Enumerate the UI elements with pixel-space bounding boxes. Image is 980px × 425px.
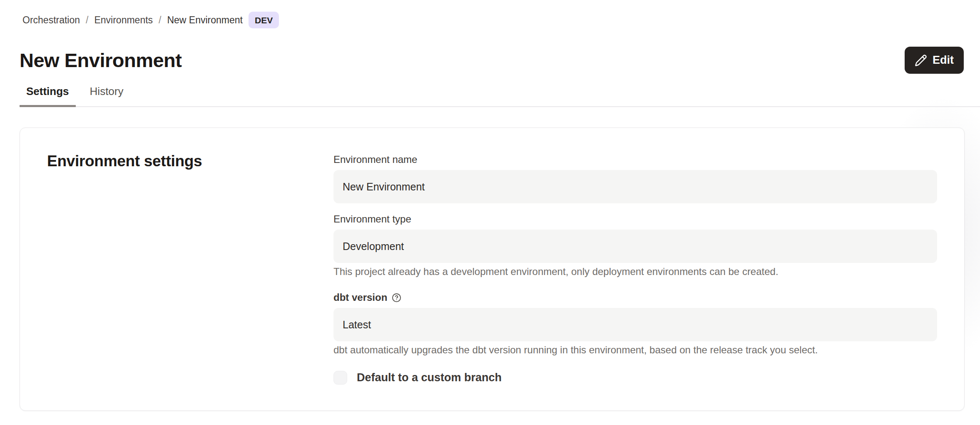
breadcrumb-separator: /	[159, 11, 161, 29]
tab-bar: Settings History	[20, 80, 980, 107]
dbt-version-select[interactable]	[333, 308, 937, 341]
breadcrumb-item-environments[interactable]: Environments	[94, 11, 153, 29]
tab-settings[interactable]: Settings	[20, 80, 76, 106]
environment-type-label: Environment type	[333, 212, 937, 226]
custom-branch-row[interactable]: Default to a custom branch	[333, 371, 937, 385]
tab-history[interactable]: History	[83, 80, 130, 106]
edit-button-label: Edit	[933, 54, 954, 67]
edit-button[interactable]: Edit	[905, 47, 964, 74]
breadcrumb: Orchestration / Environments / New Envir…	[22, 11, 279, 29]
dev-badge: DEV	[249, 12, 279, 28]
environment-type-helper-text: This project already has a development e…	[333, 265, 937, 278]
custom-branch-label: Default to a custom branch	[357, 371, 502, 384]
dbt-version-helper-text: dbt automatically upgrades the dbt versi…	[333, 344, 937, 356]
environment-settings-card: Environment settings Environment name En…	[20, 128, 965, 411]
environment-name-label: Environment name	[333, 152, 937, 167]
card-heading: Environment settings	[47, 151, 202, 171]
environment-name-input[interactable]	[333, 170, 937, 203]
environment-type-select[interactable]	[333, 230, 937, 263]
dbt-version-label-row: dbt version	[333, 290, 937, 305]
page-title: New Environment	[20, 48, 182, 73]
pencil-icon	[915, 54, 927, 67]
help-circle-icon[interactable]	[392, 293, 401, 302]
breadcrumb-item-current: New Environment	[167, 11, 243, 29]
dbt-version-label: dbt version	[333, 290, 387, 305]
custom-branch-checkbox[interactable]	[333, 371, 347, 385]
page-header: New Environment Edit	[20, 47, 964, 74]
breadcrumb-separator: /	[86, 11, 88, 29]
breadcrumb-item-orchestration[interactable]: Orchestration	[22, 11, 80, 29]
environment-settings-form: Environment name Environment type This p…	[333, 152, 937, 385]
